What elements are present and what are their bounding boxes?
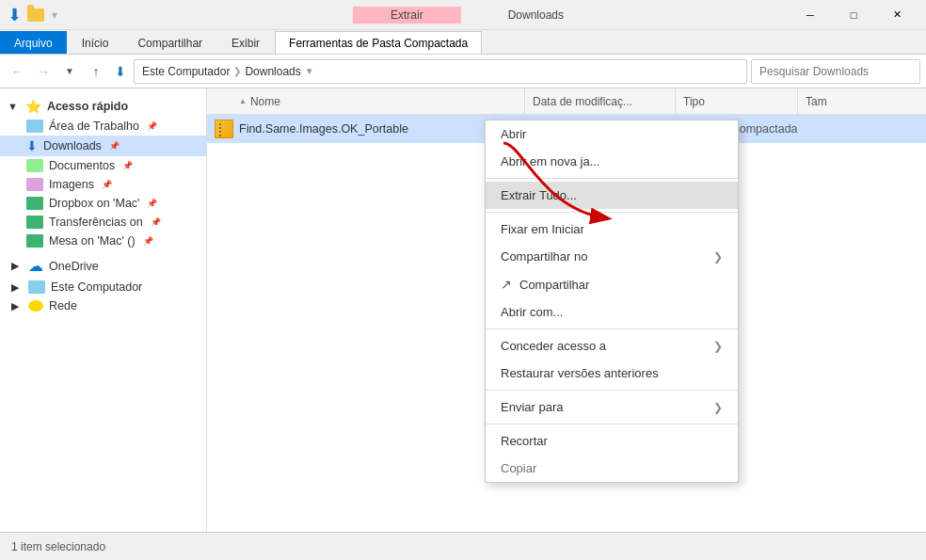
sidebar-label-area-de-trabalho: Área de Trabalho (49, 120, 139, 133)
transferencias-icon (26, 216, 43, 229)
share-item: ↗ Compartilhar (501, 277, 589, 292)
path-sep-2: ▼ (305, 66, 314, 76)
tab-exibir[interactable]: Exibir (217, 31, 274, 54)
ctx-item-restaurar[interactable]: Restaurar versões anteriores (486, 360, 738, 387)
download-icon: ⬇ (26, 138, 38, 153)
title-sep: ▾ (52, 8, 57, 22)
minimize-button[interactable]: ─ (789, 1, 832, 29)
title-bar: ⬇ ▾ Extrair Downloads ─ □ ✕ (0, 0, 926, 30)
chevron-right-icon-2: ❯ (713, 340, 723, 353)
ctx-item-abrir[interactable]: Abrir (486, 120, 738, 148)
ctx-item-copiar[interactable]: Copiar (486, 455, 738, 482)
sidebar-item-rede[interactable]: ▶ Rede (0, 296, 206, 315)
status-text: 1 item selecionado (11, 540, 105, 553)
computer-icon (28, 280, 45, 294)
forward-button[interactable]: → (32, 60, 55, 83)
col-header-type[interactable]: Tipo (676, 88, 798, 114)
ribbon-context-label: Extrair (353, 7, 461, 24)
ctx-sep-4 (486, 390, 738, 391)
pin-icon-imagens: 📌 (102, 180, 112, 189)
col-header-date[interactable]: Data de modificaç... (525, 88, 676, 114)
chevron-right-icon: ❯ (713, 250, 723, 264)
sidebar-label-acesso-rapido: Acesso rápido (47, 100, 128, 113)
sidebar-label-onedrive: OneDrive (49, 260, 99, 273)
search-input[interactable] (751, 59, 920, 84)
dropbox-icon (26, 197, 43, 210)
ctx-item-extrair-tudo[interactable]: Extrair Tudo... (486, 182, 738, 209)
sidebar-item-downloads[interactable]: ⬇ Downloads 📌 (0, 136, 206, 156)
content-wrapper: ▲ Nome Data de modificaç... Tipo Tam Fin… (207, 88, 926, 532)
sidebar-item-onedrive[interactable]: ▶ ☁ OneDrive (0, 254, 206, 278)
maximize-button[interactable]: □ (832, 1, 875, 29)
col-header-name[interactable]: ▲ Nome (215, 88, 525, 114)
ctx-sep-2 (486, 212, 738, 213)
ctx-sep-5 (486, 424, 738, 424)
tab-arquivo[interactable]: Arquivo (0, 31, 67, 54)
ctx-item-conceder-acesso[interactable]: Conceder acesso a ❯ (486, 332, 738, 360)
tab-inicio[interactable]: Início (68, 31, 123, 54)
path-sep-1: ❯ (233, 66, 241, 76)
breadcrumb-downloads[interactable]: Downloads (245, 65, 300, 78)
onedrive-icon: ☁ (28, 257, 43, 275)
sidebar-label-transferencias: Transferências on (49, 216, 143, 229)
sidebar-label-downloads: Downloads (43, 139, 102, 152)
col-header-size[interactable]: Tam (798, 88, 918, 114)
sidebar-label-dropbox: Dropbox on 'Mac' (49, 197, 139, 210)
pin-icon-docs: 📌 (122, 161, 133, 170)
status-bar: 1 item selecionado (0, 532, 926, 560)
ctx-item-compartilhar[interactable]: ↗ Compartilhar (486, 270, 738, 298)
address-bar: ← → ▼ ↑ ⬇ Este Computador ❯ Downloads ▼ (0, 55, 926, 88)
sidebar-item-acesso-rapido[interactable]: ▼ ⭐ Acesso rápido (0, 96, 206, 117)
tab-ferramentas[interactable]: Ferramentas de Pasta Compactada (275, 31, 482, 54)
sidebar-item-dropbox[interactable]: Dropbox on 'Mac' 📌 (0, 194, 206, 213)
expand-icon-ec: ▶ (11, 281, 19, 294)
share-icon: ↗ (501, 277, 512, 292)
sidebar-item-este-computador[interactable]: ▶ Este Computador (0, 278, 206, 296)
sidebar-label-rede: Rede (49, 299, 77, 312)
window-controls[interactable]: ─ □ ✕ (789, 1, 918, 29)
expand-icon-od: ▶ (11, 260, 19, 272)
zip-icon (215, 120, 233, 138)
ribbon-tabs: Arquivo Início Compartilhar Exibir Ferra… (0, 30, 926, 55)
sidebar: ▼ ⭐ Acesso rápido Área de Trabalho 📌 ⬇ D… (0, 88, 207, 532)
sidebar-item-area-de-trabalho[interactable]: Área de Trabalho 📌 (0, 117, 206, 136)
pin-icon: 📌 (147, 121, 157, 131)
column-headers: ▲ Nome Data de modificaç... Tipo Tam (207, 88, 926, 115)
expand-icon: ▼ (8, 101, 18, 112)
path-icon: ⬇ (115, 64, 126, 79)
app-icon: ⬇ (8, 5, 22, 25)
context-menu: Abrir Abrir em nova ja... Extrair Tudo..… (485, 120, 739, 483)
pin-icon-downloads: 📌 (109, 141, 120, 151)
sidebar-item-transferencias[interactable]: Transferências on 📌 (0, 213, 206, 232)
expand-icon-rede: ▶ (11, 300, 19, 312)
title-center: Extrair Downloads (353, 7, 573, 24)
breadcrumb-root[interactable]: Este Computador (142, 65, 230, 78)
breadcrumb: Este Computador ❯ Downloads ▼ (142, 65, 314, 78)
folder-icon (27, 8, 44, 22)
ctx-item-fixar-iniciar[interactable]: Fixar em Iniciar (486, 216, 738, 243)
ctx-item-abrir-com[interactable]: Abrir com... (486, 298, 738, 326)
content-area: Find.Same.Images.OK_Portable 02/01/2019 … (207, 115, 926, 532)
star-icon: ⭐ (25, 99, 41, 114)
sidebar-label-imagens: Imagens (49, 178, 94, 191)
sidebar-item-documentos[interactable]: Documentos 📌 (0, 156, 206, 175)
ctx-item-recortar[interactable]: Recortar (486, 427, 738, 455)
network-icon (28, 300, 43, 312)
recent-button[interactable]: ▼ (58, 60, 81, 83)
back-button[interactable]: ← (6, 60, 28, 83)
sidebar-label-documentos: Documentos (49, 159, 115, 172)
tab-compartilhar[interactable]: Compartilhar (123, 31, 216, 54)
address-path[interactable]: Este Computador ❯ Downloads ▼ (134, 59, 747, 84)
sidebar-item-imagens[interactable]: Imagens 📌 (0, 175, 206, 194)
mesa-icon (26, 234, 43, 248)
ctx-item-compartilhar-no[interactable]: Compartilhar no ❯ (486, 243, 738, 270)
main-layout: ▼ ⭐ Acesso rápido Área de Trabalho 📌 ⬇ D… (0, 88, 926, 532)
up-button[interactable]: ↑ (85, 60, 107, 83)
window-title: Downloads (499, 7, 573, 24)
docs-icon (26, 159, 43, 172)
close-button[interactable]: ✕ (875, 1, 918, 29)
sidebar-label-este-computador: Este Computador (51, 280, 142, 294)
ctx-item-abrir-nova[interactable]: Abrir em nova ja... (486, 148, 738, 175)
ctx-item-enviar-para[interactable]: Enviar para ❯ (486, 393, 738, 421)
sidebar-item-mesa[interactable]: Mesa on 'Mac' () 📌 (0, 232, 206, 250)
